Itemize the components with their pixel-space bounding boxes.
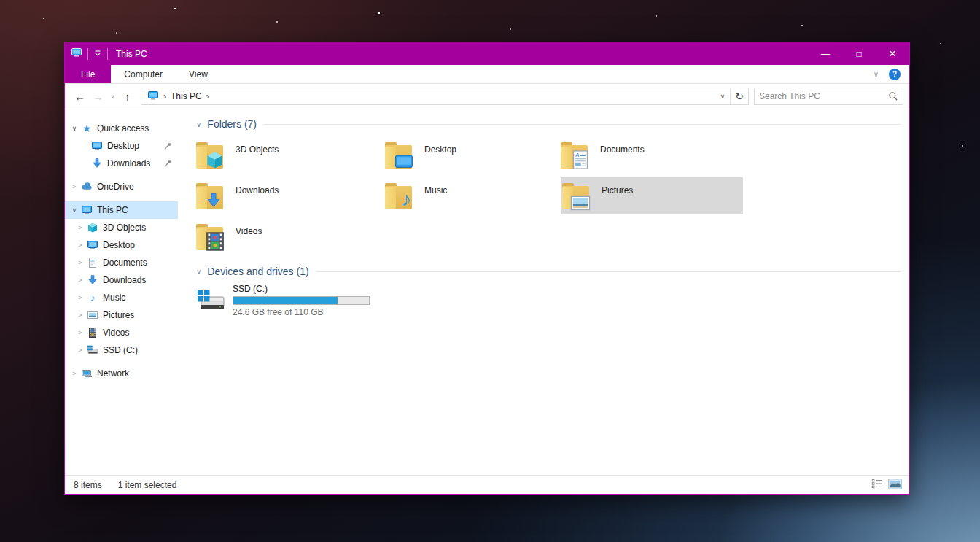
devices-group-header[interactable]: ∨ Devices and drives (1)	[196, 266, 905, 277]
sidebar-item-this-pc[interactable]: ∨ This PC	[65, 201, 178, 219]
folder-tile-videos[interactable]: Videos	[196, 218, 385, 255]
group-collapse-chevron-icon[interactable]: ∨	[196, 120, 201, 128]
sidebar-item-documents[interactable]: > Documents	[65, 254, 178, 271]
folder-tile-pictures-selected[interactable]: Pictures	[561, 177, 743, 214]
search-icon[interactable]	[888, 91, 903, 101]
network-icon	[81, 368, 93, 379]
window-title: This PC	[113, 49, 147, 59]
3d-cube-icon	[205, 150, 225, 170]
folders-group-header[interactable]: ∨ Folders (7)	[196, 118, 905, 130]
sidebar-item-label: Network	[97, 368, 129, 379]
up-button[interactable]: ↑	[118, 90, 136, 103]
sidebar-item-desktop-pinned[interactable]: Desktop	[65, 137, 178, 155]
collapsed-chevron-icon[interactable]: >	[75, 259, 85, 266]
folder-icon: ♪	[385, 182, 414, 211]
back-button[interactable]: ←	[71, 90, 89, 103]
folder-tile-documents[interactable]: A Documents	[561, 136, 743, 174]
titlebar-separator	[88, 48, 88, 60]
folder-tile-label: Videos	[236, 226, 262, 236]
sidebar-item-label: Music	[103, 293, 125, 303]
folder-tile-desktop[interactable]: Desktop	[385, 136, 561, 174]
sidebar-item-music[interactable]: > ♪ Music	[65, 289, 178, 306]
pin-icon	[163, 142, 172, 152]
folder-tile-music[interactable]: ♪ Music	[385, 177, 561, 214]
collapsed-chevron-icon[interactable]: >	[75, 329, 85, 336]
group-title: Folders	[207, 118, 241, 130]
sidebar-item-downloads-pinned[interactable]: Downloads	[65, 155, 178, 172]
search-box[interactable]	[754, 88, 903, 105]
address-dropdown-chevron-icon[interactable]: ∨	[715, 93, 730, 100]
sidebar-item-quick-access[interactable]: ∨ ★ Quick access	[65, 120, 178, 137]
folder-tile-3d-objects[interactable]: 3D Objects	[196, 136, 385, 174]
refresh-icon[interactable]: ↻	[731, 90, 748, 102]
collapsed-chevron-icon[interactable]: >	[75, 311, 85, 319]
monitor-icon	[87, 239, 98, 251]
collapsed-chevron-icon[interactable]: >	[75, 241, 85, 249]
monitor-icon	[91, 140, 103, 152]
breadcrumb-separator-icon[interactable]: ›	[206, 91, 209, 101]
sidebar-item-label: Quick access	[97, 123, 149, 133]
folder-tile-downloads[interactable]: Downloads	[196, 177, 385, 214]
breadcrumb-this-pc[interactable]: This PC	[171, 91, 202, 101]
collapsed-chevron-icon[interactable]: >	[75, 294, 85, 301]
collapsed-chevron-icon[interactable]: >	[75, 224, 85, 231]
sidebar-item-network[interactable]: > Network	[65, 365, 178, 382]
details-view-icon[interactable]	[871, 479, 883, 491]
drive-tile-ssd-c[interactable]: SSD (C:) 24.6 GB free of 110 GB	[196, 284, 378, 320]
tab-computer[interactable]: Computer	[111, 65, 176, 83]
folder-tile-label: 3D Objects	[236, 144, 279, 155]
quick-access-toolbar-menu-icon[interactable]	[93, 47, 102, 61]
pin-icon	[163, 159, 172, 170]
folder-icon	[196, 141, 225, 170]
sidebar-item-label: Pictures	[103, 310, 134, 320]
picture-icon	[87, 309, 98, 321]
ribbon-tab-bar: File Computer View ∨ ?	[65, 65, 909, 84]
sidebar-item-pictures[interactable]: > Pictures	[65, 306, 178, 324]
titlebar-separator	[107, 48, 108, 60]
tab-view[interactable]: View	[176, 65, 221, 83]
recent-locations-chevron-icon[interactable]: ∨	[107, 93, 118, 100]
large-icons-view-icon[interactable]	[888, 479, 902, 492]
forward-button[interactable]: →	[89, 90, 107, 103]
breadcrumb-separator-icon[interactable]: ›	[163, 91, 166, 101]
minimize-button[interactable]: —	[809, 42, 842, 65]
address-bar[interactable]: › This PC › ∨ ↻	[141, 88, 749, 105]
collapsed-chevron-icon[interactable]: >	[69, 183, 79, 190]
title-bar[interactable]: This PC — □ ✕	[65, 42, 909, 65]
folder-tile-label: Downloads	[236, 185, 279, 195]
expanded-chevron-icon[interactable]: ∨	[69, 206, 79, 214]
desktop-wallpaper: This PC — □ ✕ File Computer View ∨ ? ← →…	[0, 0, 980, 542]
folder-tile-label: Documents	[600, 144, 645, 155]
close-button[interactable]: ✕	[876, 42, 909, 65]
collapsed-chevron-icon[interactable]: >	[75, 276, 85, 284]
expand-ribbon-chevron-icon[interactable]: ∨	[874, 70, 879, 78]
drive-capacity-fill	[233, 297, 338, 304]
sidebar-item-downloads[interactable]: > Downloads	[65, 271, 178, 289]
expanded-chevron-icon[interactable]: ∨	[69, 125, 79, 132]
collapsed-chevron-icon[interactable]: >	[75, 347, 85, 354]
sidebar-item-desktop[interactable]: > Desktop	[65, 236, 178, 254]
sidebar-item-label: Documents	[103, 258, 147, 268]
collapsed-chevron-icon[interactable]: >	[69, 370, 79, 377]
sidebar-item-videos[interactable]: > Videos	[65, 324, 178, 341]
hard-drive-icon	[196, 287, 227, 320]
folder-tile-label: Music	[424, 185, 447, 195]
sidebar-item-onedrive[interactable]: > OneDrive	[65, 178, 178, 195]
tab-file[interactable]: File	[65, 65, 111, 83]
sidebar-item-3d-objects[interactable]: > 3D Objects	[65, 219, 178, 236]
svg-text:A: A	[575, 151, 579, 158]
film-strip-icon	[206, 231, 225, 252]
group-header-rule	[264, 124, 901, 125]
status-selection-count: 1 item selected	[118, 480, 177, 490]
maximize-button[interactable]: □	[842, 42, 876, 65]
document-icon	[87, 257, 98, 268]
window-body: ∨ ★ Quick access Desktop	[65, 109, 909, 475]
group-collapse-chevron-icon[interactable]: ∨	[196, 268, 201, 276]
search-input[interactable]	[755, 91, 888, 101]
help-icon[interactable]: ?	[889, 69, 901, 80]
status-item-count: 8 items	[74, 480, 102, 490]
picture-icon	[570, 195, 591, 211]
quick-access-star-icon: ★	[81, 123, 93, 134]
sidebar-item-ssd-c[interactable]: > SSD (C:)	[65, 341, 178, 359]
music-note-icon: ♪	[402, 190, 412, 209]
